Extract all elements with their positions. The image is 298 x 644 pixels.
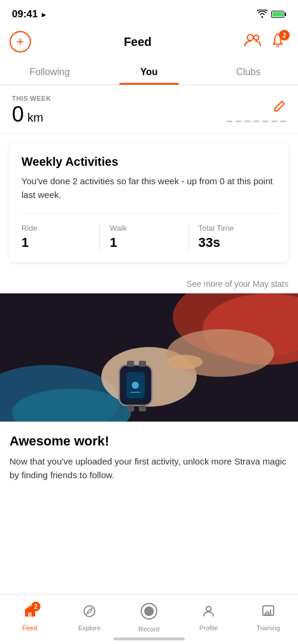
this-week-distance: 0 km (12, 102, 51, 127)
this-week-right (226, 100, 286, 122)
header-right: 2 (244, 31, 288, 52)
svg-point-19 (167, 355, 203, 369)
people-icon[interactable] (244, 33, 261, 50)
nav-training-label: Training (256, 624, 280, 631)
nav-training[interactable]: Training (238, 595, 298, 636)
card-title: Weekly Activities (21, 155, 277, 169)
nav-explore-label: Explore (78, 624, 100, 631)
nav-feed-label: Feed (22, 624, 37, 631)
svg-point-1 (254, 35, 259, 40)
nav-feed[interactable]: 2 Feed (0, 595, 60, 636)
nav-profile[interactable]: Profile (179, 595, 238, 636)
notification-badge: 2 (279, 30, 290, 41)
dot-6 (271, 120, 277, 122)
nav-explore[interactable]: Explore (60, 595, 119, 636)
nav-record-label: Record (138, 626, 159, 633)
this-week-left: THIS WEEK 0 km (12, 95, 51, 127)
see-more-link[interactable]: See more of your May stats (0, 272, 298, 293)
dot-2 (235, 120, 241, 122)
stat-total-label: Total Time (198, 224, 267, 233)
distance-unit: km (27, 111, 44, 125)
home-indicator (113, 637, 185, 640)
stat-ride-value: 1 (21, 235, 90, 250)
svg-rect-14 (127, 361, 134, 367)
status-icons (257, 10, 286, 20)
nav-record[interactable]: Record (119, 595, 179, 636)
svg-point-24 (206, 606, 211, 611)
stat-total-value: 33s (198, 235, 267, 250)
stat-walk: Walk 1 (110, 224, 188, 250)
dot-7 (280, 120, 286, 122)
bottom-nav: 2 Feed Explore Record Prof (0, 595, 298, 644)
this-week-section: THIS WEEK 0 km (0, 85, 298, 134)
tab-clubs[interactable]: Clubs (198, 60, 298, 85)
tab-you[interactable]: You (100, 60, 199, 85)
tab-following[interactable]: Following (0, 60, 100, 85)
feed-badge: 2 (31, 602, 41, 611)
dot-3 (244, 120, 250, 122)
this-week-label: THIS WEEK (12, 95, 51, 102)
profile-icon (201, 604, 216, 622)
dot-4 (253, 120, 259, 122)
svg-point-12 (132, 382, 139, 389)
svg-point-18 (167, 329, 274, 377)
battery-icon (271, 11, 286, 18)
stat-ride-label: Ride (21, 224, 90, 233)
explore-icon (82, 604, 97, 622)
add-button[interactable]: + (10, 31, 31, 52)
status-bar: 09:41 ▸ (0, 0, 298, 26)
notifications-button[interactable]: 2 (267, 31, 288, 52)
nav-profile-label: Profile (199, 624, 218, 631)
svg-point-0 (247, 35, 253, 41)
location-arrow-icon: ▸ (42, 10, 46, 19)
home-icon: 2 (23, 604, 37, 622)
stat-walk-label: Walk (110, 224, 178, 233)
training-icon (261, 604, 275, 622)
header-left: + (10, 31, 31, 52)
card-description: You've done 2 activities so far this wee… (21, 175, 277, 202)
dot-5 (262, 120, 268, 122)
banner-image (0, 293, 298, 422)
weekly-activities-card: Weekly Activities You've done 2 activiti… (10, 143, 288, 262)
dot-1 (226, 120, 232, 122)
banner-scene (0, 293, 298, 422)
awesome-section: Awesome work! Now that you've uploaded y… (0, 422, 298, 491)
awesome-title: Awesome work! (10, 434, 288, 449)
svg-rect-13 (130, 392, 141, 393)
svg-rect-20 (28, 612, 32, 617)
stat-walk-value: 1 (110, 235, 178, 250)
svg-point-21 (84, 606, 95, 617)
svg-rect-17 (139, 405, 146, 411)
svg-point-2 (277, 33, 278, 35)
edit-icon[interactable] (273, 100, 286, 116)
tab-bar: Following You Clubs (0, 60, 298, 85)
awesome-description: Now that you've uploaded your first acti… (10, 455, 288, 482)
stats-row: Ride 1 Walk 1 Total Time 33s (21, 213, 277, 250)
svg-rect-15 (139, 361, 146, 367)
progress-dots (226, 120, 286, 122)
wifi-icon (257, 10, 268, 20)
record-icon (141, 603, 157, 623)
app-header: + Feed 2 (0, 26, 298, 60)
stat-ride: Ride 1 (21, 224, 100, 250)
stat-total-time: Total Time 33s (198, 224, 277, 250)
page-title: Feed (124, 35, 152, 49)
svg-rect-16 (127, 405, 134, 411)
svg-point-23 (144, 606, 154, 616)
status-time: 09:41 ▸ (12, 8, 46, 20)
